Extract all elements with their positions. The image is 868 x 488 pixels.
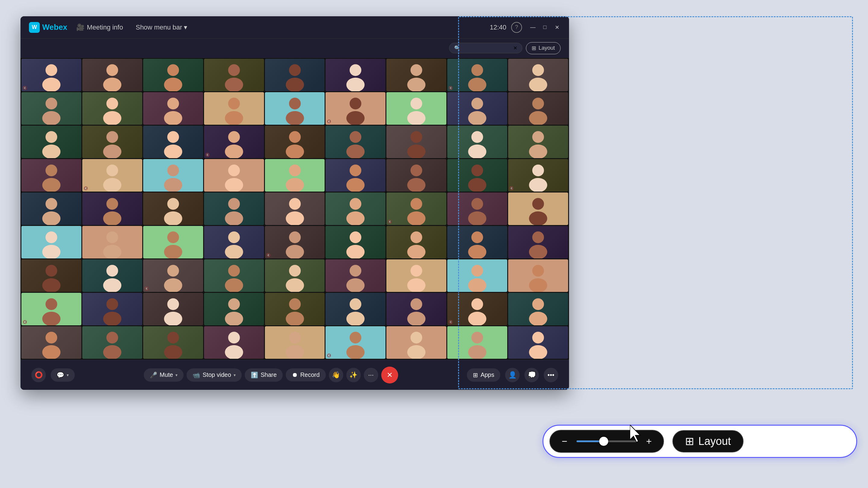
video-cell[interactable]: 🔇 (326, 92, 385, 125)
video-cell[interactable] (204, 226, 264, 258)
video-cell[interactable] (22, 259, 82, 292)
stop-video-button[interactable]: 📹 Stop video ▾ (187, 368, 242, 382)
video-cell[interactable] (22, 193, 82, 225)
reactions-button[interactable]: 👋 (329, 368, 343, 382)
video-cell[interactable] (326, 226, 385, 258)
video-cell[interactable] (447, 92, 507, 125)
video-cell[interactable] (143, 326, 203, 359)
video-cell[interactable] (447, 193, 507, 225)
video-cell[interactable] (447, 126, 507, 158)
video-cell[interactable] (82, 193, 142, 225)
video-cell[interactable] (82, 92, 142, 125)
video-cell[interactable] (386, 59, 446, 91)
record-button[interactable]: ⏺ Record (286, 368, 326, 381)
video-cell[interactable] (204, 326, 264, 359)
video-cell[interactable] (265, 159, 325, 192)
video-cell[interactable] (386, 326, 446, 359)
minimize-button[interactable]: — (529, 24, 536, 31)
layout-button[interactable]: ⊞ Layout (526, 42, 561, 54)
share-button[interactable]: ⬆️ Share (245, 368, 283, 382)
search-input[interactable] (463, 45, 511, 51)
mute-button[interactable]: 🎤 Mute ▾ (144, 368, 184, 382)
video-cell[interactable] (22, 226, 82, 258)
video-cell[interactable] (143, 226, 203, 258)
video-cell[interactable] (508, 326, 568, 359)
close-button[interactable]: ✕ (553, 24, 561, 31)
video-cell[interactable] (204, 159, 264, 192)
video-cell[interactable]: 🔇 (265, 226, 325, 258)
overflow-button[interactable]: ••• (544, 368, 558, 382)
video-cell[interactable]: 🔇 (386, 193, 446, 225)
video-cell[interactable] (82, 326, 142, 359)
search-bar[interactable]: 🔍 ✕ (449, 43, 522, 53)
zoom-plus-button[interactable]: + (642, 434, 656, 449)
video-cell[interactable] (82, 293, 142, 325)
video-cell[interactable] (326, 59, 385, 91)
video-cell[interactable] (508, 126, 568, 158)
participants-button[interactable]: 👤 (505, 368, 520, 382)
video-cell[interactable] (22, 326, 82, 359)
show-menu-button[interactable]: Show menu bar ▾ (132, 22, 191, 33)
layout-button-large[interactable]: ⊞ Layout (673, 430, 744, 452)
zoom-minus-button[interactable]: − (557, 434, 572, 449)
video-cell[interactable] (143, 159, 203, 192)
video-cell[interactable] (204, 259, 264, 292)
effects-button[interactable]: ✨ (346, 368, 361, 382)
zoom-slider-thumb[interactable] (599, 437, 608, 446)
messages-button[interactable]: 💭 (524, 368, 539, 382)
meeting-info-button[interactable]: 🎥 Meeting info (73, 22, 127, 33)
apps-button[interactable]: ⊞ Apps (467, 368, 500, 382)
video-cell[interactable] (22, 126, 82, 158)
video-cell[interactable] (326, 293, 385, 325)
video-cell[interactable] (265, 259, 325, 292)
video-cell[interactable]: 🔇 (447, 59, 507, 91)
video-cell[interactable]: 🔇 (22, 293, 82, 325)
video-cell[interactable] (508, 92, 568, 125)
video-cell[interactable] (386, 92, 446, 125)
video-cell[interactable] (326, 159, 385, 192)
maximize-button[interactable]: □ (541, 24, 549, 31)
video-cell[interactable] (204, 92, 264, 125)
video-cell[interactable] (82, 259, 142, 292)
video-cell[interactable] (265, 293, 325, 325)
video-cell[interactable] (508, 259, 568, 292)
video-cell[interactable] (508, 193, 568, 225)
video-cell[interactable] (22, 92, 82, 125)
video-cell[interactable]: 🔇 (204, 126, 264, 158)
video-cell[interactable] (143, 92, 203, 125)
home-button[interactable]: ⭕ (31, 368, 46, 382)
video-cell[interactable] (265, 59, 325, 91)
video-cell[interactable] (326, 259, 385, 292)
video-cell[interactable] (386, 293, 446, 325)
video-cell[interactable] (508, 226, 568, 258)
video-cell[interactable]: 🔇 (508, 159, 568, 192)
video-cell[interactable] (143, 126, 203, 158)
video-cell[interactable] (265, 92, 325, 125)
video-cell[interactable] (204, 293, 264, 325)
video-cell[interactable] (82, 126, 142, 158)
help-button[interactable]: ? (511, 22, 522, 33)
video-cell[interactable]: 🔇 (326, 326, 385, 359)
video-cell[interactable] (326, 126, 385, 158)
video-cell[interactable] (386, 226, 446, 258)
video-cell[interactable] (508, 293, 568, 325)
video-cell[interactable] (265, 326, 325, 359)
chat-button[interactable]: 💬 ▾ (51, 368, 75, 382)
zoom-slider[interactable] (577, 441, 637, 442)
video-cell[interactable]: 🔇 (82, 159, 142, 192)
video-cell[interactable] (447, 159, 507, 192)
video-cell[interactable] (143, 193, 203, 225)
video-cell[interactable] (82, 59, 142, 91)
video-cell[interactable] (447, 259, 507, 292)
video-cell[interactable] (143, 59, 203, 91)
video-cell[interactable]: 🔇 (143, 259, 203, 292)
video-cell[interactable] (143, 293, 203, 325)
video-cell[interactable] (82, 226, 142, 258)
video-cell[interactable] (508, 59, 568, 91)
video-cell[interactable] (22, 159, 82, 192)
video-cell[interactable] (386, 259, 446, 292)
video-cell[interactable] (204, 59, 264, 91)
video-cell[interactable]: 🔇 (447, 293, 507, 325)
video-cell[interactable] (265, 126, 325, 158)
video-cell[interactable] (447, 226, 507, 258)
